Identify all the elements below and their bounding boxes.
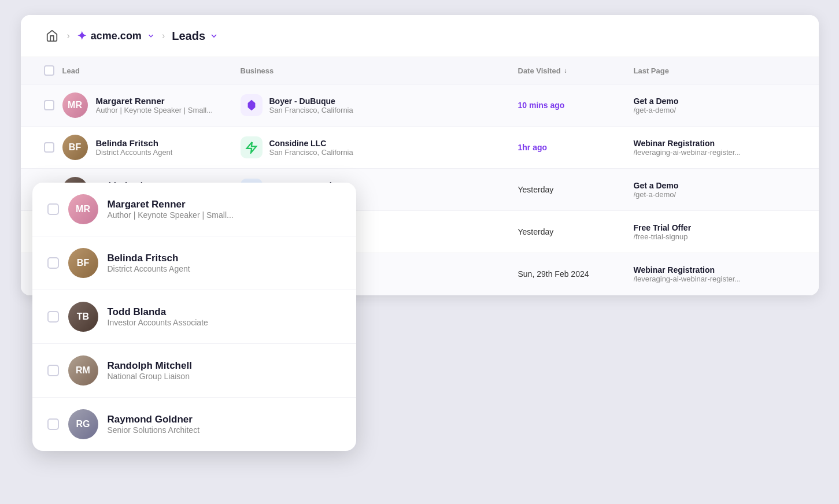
overlay-avatar: BF	[68, 248, 98, 278]
page-title: Free Trial Offer	[634, 223, 796, 232]
date-visited: Sun, 29th Feb 2024	[518, 269, 634, 279]
overlay-name: Todd Blanda	[108, 306, 208, 318]
overlay-name: Margaret Renner	[108, 199, 234, 210]
brand-star-icon: ✦	[77, 29, 87, 43]
overlay-avatar: MR	[68, 194, 98, 224]
overlay-avatar: TB	[68, 302, 98, 332]
overlay-checkbox[interactable]	[47, 257, 59, 269]
overlay-title: Author | Keynote Speaker | Small...	[108, 210, 234, 220]
lead-cell: BF Belinda Fritsch District Accounts Age…	[44, 135, 241, 160]
overlay-info: Randolph Mitchell National Group Liaison	[108, 360, 192, 381]
overlay-name: Raymond Goldner	[108, 414, 200, 425]
date-visited: Yesterday	[518, 185, 634, 194]
select-all-checkbox[interactable]	[44, 65, 54, 76]
overlay-list-item[interactable]: BF Belinda Fritsch District Accounts Age…	[32, 236, 356, 290]
lead-cell: MR Margaret Renner Author | Keynote Spea…	[44, 92, 241, 118]
biz-name: Boyer - DuBuque	[269, 97, 353, 106]
biz-logo	[241, 136, 263, 158]
avatar: BF	[62, 135, 88, 160]
page-url: /leveraging-ai-webinar-register...	[634, 148, 784, 157]
overlay-checkbox[interactable]	[47, 418, 59, 430]
breadcrumb: › ✦ acme.com › Leads	[21, 15, 819, 57]
leads-dropdown-icon[interactable]	[209, 31, 219, 40]
business-cell: Considine LLC San Francisco, California	[241, 136, 518, 158]
page-url: /free-trial-signup	[634, 232, 784, 241]
page-title: Get a Demo	[634, 181, 796, 190]
lead-title: Author | Keynote Speaker | Small...	[96, 106, 213, 114]
overlay-list-item[interactable]: TB Todd Blanda Investor Accounts Associa…	[32, 290, 356, 344]
brand-dropdown-icon[interactable]	[147, 32, 155, 40]
overlay-info: Todd Blanda Investor Accounts Associate	[108, 306, 208, 327]
page-cell: Get a Demo /get-a-demo/	[634, 181, 796, 199]
overlay-info: Raymond Goldner Senior Solutions Archite…	[108, 414, 200, 435]
page-url: /leveraging-ai-webinar-register...	[634, 275, 784, 283]
lead-info: Margaret Renner Author | Keynote Speaker…	[96, 96, 213, 114]
page-url: /get-a-demo/	[634, 106, 784, 114]
home-icon[interactable]	[44, 28, 60, 44]
biz-logo	[241, 94, 263, 116]
breadcrumb-sep-2: ›	[162, 31, 165, 41]
lead-info: Belinda Fritsch District Accounts Agent	[96, 138, 173, 157]
biz-name: Considine LLC	[269, 139, 353, 148]
overlay-name: Randolph Mitchell	[108, 360, 192, 372]
overlay-checkbox[interactable]	[47, 203, 59, 215]
page-title: Webinar Registration	[634, 139, 796, 148]
table-row[interactable]: MR Margaret Renner Author | Keynote Spea…	[21, 84, 819, 127]
overlay-info: Margaret Renner Author | Keynote Speaker…	[108, 199, 234, 220]
page-cell: Webinar Registration /leveraging-ai-webi…	[634, 265, 796, 283]
th-date-visited[interactable]: Date Visited ↓	[518, 66, 634, 75]
overlay-title: Senior Solutions Architect	[108, 425, 200, 435]
overlay-avatar: RM	[68, 355, 98, 386]
overlay-list-item[interactable]: MR Margaret Renner Author | Keynote Spea…	[32, 183, 356, 236]
biz-info: Boyer - DuBuque San Francisco, Californi…	[269, 97, 353, 114]
row-checkbox[interactable]	[44, 100, 54, 110]
overlay-title: National Group Liaison	[108, 372, 192, 381]
table-header: Lead Business Date Visited ↓ Last Page	[21, 57, 819, 84]
page-title: Get a Demo	[634, 97, 796, 106]
overlay-avatar: RG	[68, 409, 98, 439]
sort-arrow-icon: ↓	[564, 66, 567, 75]
date-visited: 1hr ago	[518, 143, 634, 152]
svg-marker-0	[247, 100, 255, 110]
lead-name: Margaret Renner	[96, 96, 213, 106]
page-cell: Webinar Registration /leveraging-ai-webi…	[634, 139, 796, 157]
row-checkbox[interactable]	[44, 142, 54, 153]
biz-info: Considine LLC San Francisco, California	[269, 139, 353, 157]
breadcrumb-brand[interactable]: ✦ acme.com	[77, 29, 155, 43]
brand-name: acme.com	[91, 30, 142, 42]
th-lead: Lead	[44, 65, 241, 76]
date-visited: 10 mins ago	[518, 101, 634, 110]
overlay-title: District Accounts Agent	[108, 264, 190, 273]
date-visited: Yesterday	[518, 227, 634, 236]
overlay-name: Belinda Fritsch	[108, 253, 190, 264]
breadcrumb-sep-1: ›	[67, 31, 70, 41]
overlay-list-item[interactable]: RG Raymond Goldner Senior Solutions Arch…	[32, 398, 356, 451]
page-title: Webinar Registration	[634, 265, 796, 275]
page-url: /get-a-demo/	[634, 190, 784, 199]
th-business: Business	[241, 66, 518, 75]
overlay-list-item[interactable]: RM Randolph Mitchell National Group Liai…	[32, 344, 356, 398]
page-cell: Free Trial Offer /free-trial-signup	[634, 223, 796, 241]
lead-name: Belinda Fritsch	[96, 138, 173, 148]
overlay-panel: MR Margaret Renner Author | Keynote Spea…	[32, 183, 356, 451]
avatar: MR	[62, 92, 88, 118]
overlay-title: Investor Accounts Associate	[108, 318, 208, 327]
page-cell: Get a Demo /get-a-demo/	[634, 97, 796, 114]
overlay-info: Belinda Fritsch District Accounts Agent	[108, 253, 190, 273]
biz-location: San Francisco, California	[269, 106, 353, 114]
lead-title: District Accounts Agent	[96, 148, 173, 157]
th-last-page: Last Page	[634, 66, 796, 75]
leads-label: Leads	[172, 29, 205, 43]
overlay-checkbox[interactable]	[47, 311, 59, 323]
table-row[interactable]: BF Belinda Fritsch District Accounts Age…	[21, 127, 819, 169]
breadcrumb-leads[interactable]: Leads	[172, 29, 219, 43]
biz-location: San Francisco, California	[269, 148, 353, 157]
business-cell: Boyer - DuBuque San Francisco, Californi…	[241, 94, 518, 116]
overlay-checkbox[interactable]	[47, 365, 59, 376]
